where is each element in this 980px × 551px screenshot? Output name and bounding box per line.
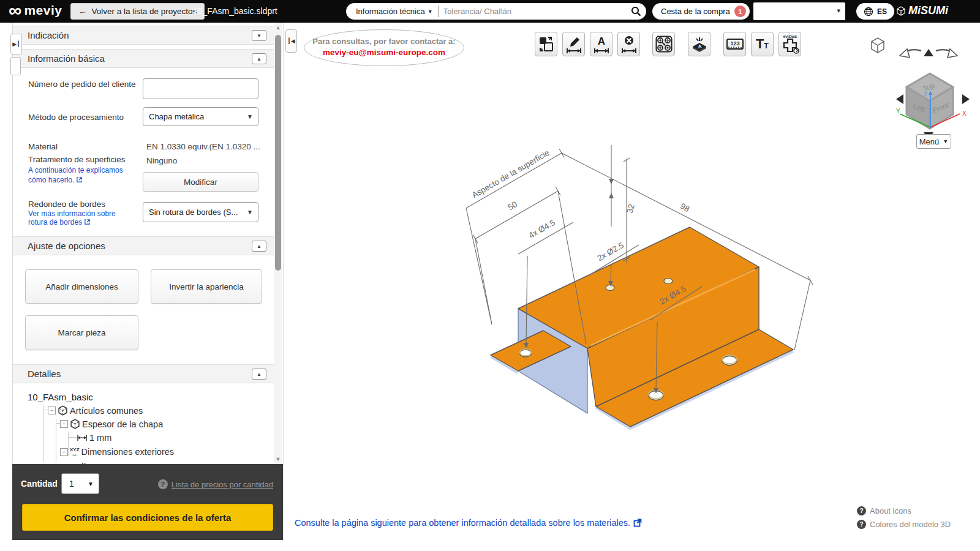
infinity-icon: ∞: [9, 2, 21, 19]
project-dropdown[interactable]: ▾: [753, 2, 845, 20]
scroll-down-arrow[interactable]: ▼: [275, 456, 281, 462]
edge-rounding-select[interactable]: Sin rotura de bordes (S... ▼: [143, 202, 258, 222]
hole-pattern-icon[interactable]: [652, 32, 675, 56]
surface-treatment-label: Tratamiento de superficies: [28, 155, 163, 165]
six-views-icon[interactable]: 6VIEWS: [778, 32, 801, 56]
meviy-logo[interactable]: ∞ meviy: [9, 2, 62, 19]
collapse-chevron-button[interactable]: ▲: [252, 53, 266, 64]
sidebar-handle-secondary[interactable]: [10, 57, 21, 75]
edit-dimension-icon[interactable]: [562, 32, 585, 56]
language-button[interactable]: ES: [856, 3, 894, 20]
contact-note: Para consultas, por favor contactar a: m…: [304, 29, 464, 66]
cart-button[interactable]: Cesta de la compra 1: [652, 3, 750, 20]
processing-method-label: Método de procesamiento: [28, 113, 151, 122]
text-size-icon[interactable]: TT: [751, 32, 774, 56]
cube-icon: [70, 419, 80, 429]
sidebar-scrollbar-thumb[interactable]: [275, 35, 281, 271]
chevron-down-icon: ▾: [429, 8, 432, 15]
tree-connector: [56, 419, 56, 462]
section-informacion-basica[interactable]: Información básica ▲: [13, 49, 274, 68]
viewport: ┃◀ Para consultas, por favor contactar a…: [283, 23, 980, 540]
sidebar-collapse-handle[interactable]: ▶┃: [10, 34, 22, 54]
part-marking-icon[interactable]: A: [688, 32, 710, 56]
delete-dimension-glyph: [621, 35, 637, 53]
misumi-logo[interactable]: MiSUMi: [896, 4, 948, 17]
quantity-select[interactable]: 1 ▼: [61, 473, 99, 494]
about-icons-link[interactable]: ? About icons: [857, 506, 911, 515]
rotate-left-arrow[interactable]: [896, 94, 903, 104]
measure-glyph: 123: [726, 36, 744, 52]
chevron-down-icon: ▼: [88, 481, 94, 487]
text-dimension-icon[interactable]: A: [590, 32, 612, 56]
tree-collapse-icon[interactable]: −: [60, 420, 68, 428]
edge-help-link[interactable]: Ver más información sobre: [28, 209, 116, 218]
add-dimensions-button[interactable]: Añadir dimensiones: [25, 269, 138, 304]
model-3d-view[interactable]: Aspecto de la superficie 50 4x Ø4.5 98 3…: [380, 122, 846, 453]
text-size-glyph: TT: [754, 37, 771, 51]
section-detalles[interactable]: Detalles ▲: [13, 364, 274, 383]
contact-email-link[interactable]: meviy-eu@misumi-europe.com: [304, 48, 464, 57]
tree-item-articulos-comunes[interactable]: − Artículos comunes: [48, 405, 143, 416]
question-icon: ?: [158, 479, 168, 489]
rotate-up-arrow[interactable]: [924, 49, 933, 56]
tree-item-espesor[interactable]: − Espesor de la chapa: [60, 419, 163, 429]
expand-chevron-button[interactable]: ▼: [252, 30, 266, 41]
back-to-projects-button[interactable]: ← Volver a la lista de proyectos: [70, 3, 205, 20]
tree-item-thickness-value[interactable]: 1 mm: [77, 433, 111, 443]
dim-50: 50: [506, 200, 519, 212]
question-icon: ?: [857, 506, 866, 515]
replace-part-icon[interactable]: [535, 32, 557, 56]
invert-appearance-button[interactable]: Invertir la apariencia: [151, 269, 262, 304]
tree-collapse-icon[interactable]: −: [60, 448, 68, 456]
edit-dimension-glyph: [566, 35, 582, 53]
rotate-right-icon[interactable]: [936, 49, 957, 58]
search-category-select[interactable]: Información técnica ▾: [346, 7, 438, 16]
surface-help-link[interactable]: A continuación te explicamos: [28, 166, 123, 174]
external-link-icon: [84, 219, 91, 225]
tree-root[interactable]: 10_FAsm_basic: [28, 392, 93, 402]
tree-collapse-icon[interactable]: −: [48, 407, 56, 414]
order-number-input[interactable]: [143, 78, 258, 99]
dim-32: 32: [625, 203, 636, 214]
rotate-left-icon[interactable]: [900, 49, 921, 58]
panel-collapse-button[interactable]: ┃◀: [285, 29, 297, 53]
processing-method-select[interactable]: Chapa metálica ▼: [143, 107, 258, 126]
isometric-view-icon[interactable]: [872, 38, 884, 53]
search-bar: Información técnica ▾: [346, 3, 646, 20]
price-list-link[interactable]: ? Lista de precios por cantidad: [158, 479, 273, 489]
modify-button[interactable]: Modificar: [143, 172, 258, 192]
dimension-icon: [77, 434, 88, 441]
section-ajuste-opciones[interactable]: Ajuste de opciones ▲: [13, 236, 274, 255]
surface-help-link2[interactable]: cómo hacerlo.: [28, 176, 83, 184]
search-input[interactable]: [439, 7, 625, 16]
collapse-chevron-button[interactable]: ▲: [252, 369, 266, 380]
chevron-down-icon: ▼: [943, 138, 948, 144]
svg-text:A: A: [597, 36, 605, 47]
cube-icon: [58, 405, 68, 416]
edge-rounding-label: Redondeo de bordes: [28, 200, 151, 209]
section-indicacion[interactable]: Indicación ▼: [13, 26, 274, 45]
axis-y-label: Y: [896, 108, 900, 114]
svg-text:T: T: [764, 41, 769, 50]
model-colors-link[interactable]: ? Colores del modelo 3D: [857, 520, 951, 529]
measure-icon[interactable]: 123: [723, 32, 746, 56]
text-dimension-glyph: A: [594, 35, 609, 53]
view-menu-button[interactable]: Menú ▼: [916, 134, 951, 149]
surface-note: Aspecto de la superficie: [470, 148, 551, 200]
materials-info-link[interactable]: Consulte la página siguiente para obtene…: [295, 518, 642, 528]
quantity-label: Cantidad: [21, 479, 58, 489]
mark-part-button[interactable]: Marcar pieza: [25, 315, 138, 350]
delete-dimension-icon[interactable]: [617, 32, 640, 56]
chevron-down-icon: ▼: [247, 113, 253, 120]
svg-text:T: T: [756, 37, 764, 51]
scroll-up-arrow[interactable]: ▲: [275, 24, 281, 31]
confirm-offer-button[interactable]: Confirmar las condiciones de la oferta: [22, 504, 273, 531]
edge-help-link2[interactable]: rotura de bordes: [28, 218, 91, 227]
hole-pattern-glyph: [655, 36, 673, 53]
search-icon[interactable]: [625, 3, 646, 20]
rotate-right-arrow[interactable]: [962, 94, 970, 104]
xyz-dimension-icon: XYZ ↔: [70, 448, 80, 456]
collapse-chevron-button[interactable]: ▲: [252, 241, 266, 252]
top-bar: ∞ meviy ← Volver a la lista de proyectos…: [0, 0, 980, 23]
tree-item-dimensiones-exteriores[interactable]: − XYZ ↔ Dimensiones exteriores: [60, 447, 174, 457]
